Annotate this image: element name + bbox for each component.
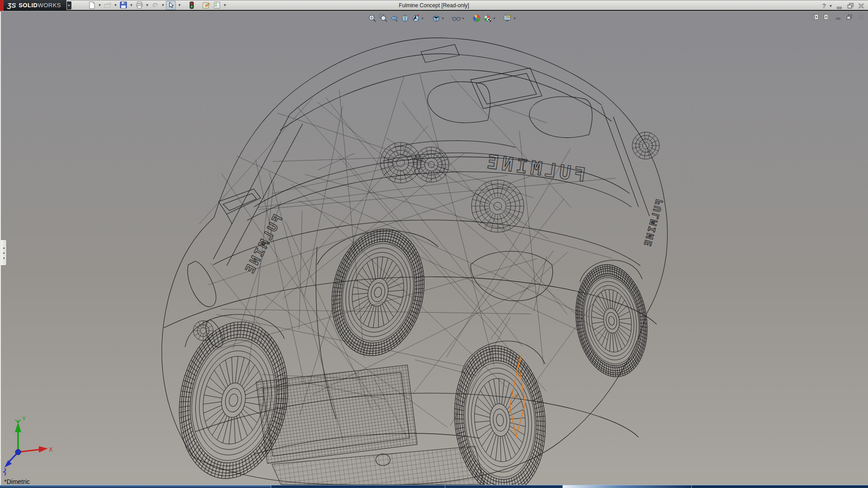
brand-accent-strip <box>0 0 4 11</box>
restore-icon <box>847 3 854 9</box>
rebuild-button[interactable] <box>187 1 197 10</box>
solidworks-logo: ƷS SOLIDWORKS <box>4 0 66 11</box>
view-settings-icon <box>503 14 512 23</box>
view-settings-caret[interactable]: ▼ <box>513 17 516 20</box>
open-button[interactable] <box>103 1 113 10</box>
display-style-caret[interactable]: ▼ <box>441 17 444 20</box>
graphics-area[interactable]: FULMINE FULMINE FULMINE Y X <box>0 12 868 485</box>
show-left-pane-button[interactable] <box>812 13 819 20</box>
pane-right-icon <box>824 14 830 20</box>
view-orientation-icon <box>411 14 420 23</box>
select-button[interactable] <box>166 1 176 10</box>
select-dropdown-button[interactable]: ▼ <box>177 1 182 10</box>
close-icon <box>858 3 864 9</box>
edit-appearance-button[interactable] <box>471 13 482 23</box>
view-orientation-label: *Dimetric <box>4 478 30 485</box>
triad-y-glyph <box>15 420 21 423</box>
section-view-button[interactable] <box>399 13 410 23</box>
document-minimize-icon <box>835 14 841 20</box>
taskbar-button-sliver[interactable] <box>271 485 445 488</box>
view-settings-button[interactable] <box>502 13 513 23</box>
zoom-to-fit-button[interactable] <box>367 13 377 23</box>
heads-up-view-toolbar: ▼ ▼ ▼ <box>367 13 516 23</box>
document-restore-button[interactable] <box>846 13 853 20</box>
featuremanager-flyout-tab[interactable]: ◂ ◂ ◂ <box>1 239 7 266</box>
3ds-logo-mark: ƷS <box>7 1 16 9</box>
menu-flyout-arrow[interactable]: ▸ <box>67 1 71 9</box>
hide-show-items-button[interactable] <box>451 13 462 23</box>
options-dropdown-caret[interactable]: ▼ <box>223 3 227 7</box>
help-button[interactable]: ? <box>822 2 826 9</box>
zoom-to-area-icon <box>379 14 387 23</box>
print-dropdown-caret[interactable]: ▼ <box>145 3 149 7</box>
taskbar-button-sliver[interactable] <box>692 485 868 488</box>
show-right-pane-button[interactable] <box>823 13 830 20</box>
apply-scene-icon <box>483 14 492 23</box>
restore-button[interactable] <box>846 2 854 10</box>
print-icon <box>136 1 143 9</box>
save-floppy-icon <box>120 1 127 9</box>
file-properties-button[interactable] <box>201 1 211 10</box>
file-properties-icon <box>202 1 210 9</box>
document-close-button[interactable] <box>857 13 864 20</box>
open-folder-icon <box>104 1 112 9</box>
options-button[interactable] <box>212 1 222 10</box>
options-checklist-icon <box>213 1 221 9</box>
zoom-to-area-button[interactable] <box>377 13 388 23</box>
print-button[interactable] <box>134 1 144 10</box>
zoom-to-fit-icon <box>368 14 377 23</box>
document-restore-icon <box>846 14 853 20</box>
pane-left-icon <box>812 14 819 20</box>
model-wireframe-canvas[interactable]: FULMINE FULMINE FULMINE Y X <box>1 12 868 485</box>
rebuild-traffic-light-icon <box>189 1 194 9</box>
taskbar-button-sliver[interactable] <box>563 485 692 488</box>
minimize-icon <box>836 3 843 9</box>
front-grille-mesh <box>256 365 484 485</box>
brand-name-bold: SOLID <box>19 2 38 9</box>
pane-tab-arrow: ◂ <box>3 256 5 259</box>
model-lettering-front: FULMINE <box>483 150 587 186</box>
close-button[interactable] <box>857 2 865 10</box>
display-style-icon <box>432 14 440 23</box>
undo-icon <box>151 1 159 9</box>
apply-scene-button[interactable] <box>482 13 493 23</box>
hide-show-items-icon <box>452 14 461 23</box>
taskbar-sliver[interactable] <box>0 485 868 488</box>
document-window-controls <box>812 13 864 20</box>
view-orientation-button[interactable] <box>410 13 421 23</box>
triad-x-label: X <box>49 446 53 453</box>
hide-show-items-caret[interactable]: ▼ <box>462 17 465 20</box>
new-document-icon <box>88 1 96 9</box>
standard-toolbar: ▼ ▼ ▼ ▼ <box>87 1 227 10</box>
taskbar-button-sliver[interactable] <box>0 485 271 488</box>
document-close-icon <box>858 14 864 20</box>
select-cursor-icon <box>168 2 175 9</box>
previous-view-icon <box>390 14 398 23</box>
section-view-icon <box>401 14 409 23</box>
pane-tab-arrow: ◂ <box>3 246 5 249</box>
help-dropdown-caret[interactable]: ▼ <box>829 4 833 8</box>
brand-name-light: WORKS <box>38 2 61 9</box>
pane-tab-arrow: ◂ <box>3 251 5 254</box>
undo-dropdown-caret[interactable]: ▼ <box>161 3 165 7</box>
triad-y-label: Y <box>22 416 26 422</box>
document-minimize-button[interactable] <box>835 13 842 20</box>
reference-triad: Y X <box>4 416 53 476</box>
apply-scene-caret[interactable]: ▼ <box>493 17 496 20</box>
titlebar-window-controls: ? ▼ <box>822 0 865 11</box>
new-dropdown-caret[interactable]: ▼ <box>98 3 102 7</box>
new-document-button[interactable] <box>87 1 97 10</box>
select-dropdown-caret: ▼ <box>178 3 182 7</box>
view-orientation-caret[interactable]: ▼ <box>421 17 424 20</box>
undo-button[interactable] <box>150 1 160 10</box>
taskbar-button-sliver[interactable] <box>445 485 563 488</box>
minimize-button[interactable] <box>835 2 844 10</box>
save-button[interactable] <box>118 1 128 10</box>
previous-view-button[interactable] <box>388 13 399 23</box>
save-dropdown-caret[interactable]: ▼ <box>129 3 133 7</box>
titlebar: ƷS SOLIDWORKS ▸ ▼ ▼ ▼ <box>0 0 868 11</box>
display-style-button[interactable] <box>430 13 441 23</box>
open-dropdown-caret[interactable]: ▼ <box>113 3 118 7</box>
edit-appearance-icon <box>472 14 481 23</box>
